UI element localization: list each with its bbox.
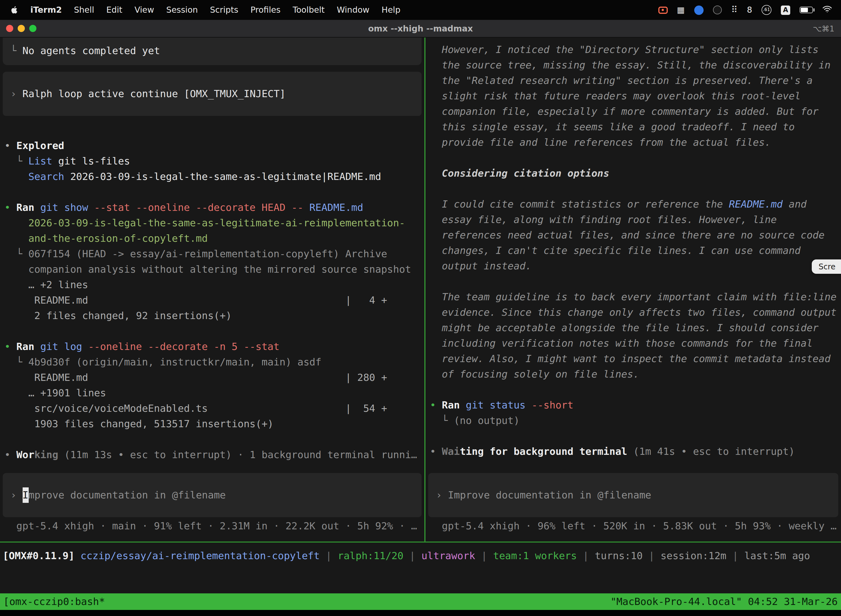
explored-title: Explored: [16, 140, 64, 151]
blank-line: [0, 123, 424, 138]
prompt-chevron: ›: [10, 487, 16, 503]
tool-verb-list: List: [28, 155, 53, 167]
blank-line: [425, 274, 841, 289]
commit-line-cont: companion analysis without altering the …: [0, 262, 424, 277]
minimize-window-button[interactable]: [18, 25, 25, 32]
elbow-glyph: └: [10, 43, 22, 59]
statusbar-separator: |: [409, 550, 416, 561]
figure-eight-icon[interactable]: 8: [747, 2, 752, 18]
window-grid-icon[interactable]: ▦: [677, 6, 684, 14]
commit-summary-part2: companion analysis without altering the …: [28, 263, 411, 275]
left-pane-scrollback[interactable]: └No agents completed yet ›Ralph loop act…: [0, 38, 424, 473]
bullet-glyph: •: [430, 444, 442, 459]
diffstat-readme: README.md | 4 +: [34, 294, 387, 306]
prompt-input-right[interactable]: ›Improve documentation in @filename: [428, 473, 838, 517]
screen-recording-icon[interactable]: [658, 6, 667, 13]
git-status-output: (no output): [454, 415, 520, 426]
app-launcher-icon[interactable]: ⠿: [731, 6, 737, 14]
traffic-lights: [6, 25, 37, 32]
waiting-status-line: •Waiting for background terminal (1m 41s…: [425, 444, 841, 459]
git-command: git log: [40, 340, 82, 352]
git-file-arg: README.md: [309, 201, 363, 213]
iterm2-screen: iTerm2 Shell Edit View Session Scripts P…: [0, 0, 841, 616]
window-shortcut-badge: ⌥⌘1: [813, 21, 834, 36]
git-status-output-line: └(no output): [425, 413, 841, 428]
keyboard-layout-icon[interactable]: A: [781, 5, 790, 15]
working-label-lo: king: [34, 449, 58, 461]
menu-edit[interactable]: Edit: [100, 2, 128, 18]
tmux-session-window: [omx-cczip0:bash*: [3, 594, 105, 609]
statusbar-separator: |: [649, 550, 655, 561]
tmux-statusbar: [omx-cczip0:bash*"MacBook-Pro-44.local" …: [0, 593, 841, 610]
agents-status-line: └No agents completed yet: [10, 43, 422, 59]
menu-shell[interactable]: Shell: [68, 2, 100, 18]
elbow-glyph: └: [16, 154, 28, 169]
diffstat-line: src/voice/voiceModeEnabled.ts | 54 +: [0, 401, 424, 416]
menu-iterm2[interactable]: iTerm2: [24, 2, 68, 18]
menu-help[interactable]: Help: [375, 2, 406, 18]
text-cursor: I: [22, 487, 28, 503]
omx-statusbar: [OMX#0.11.9]cczip/essay/ai-reimplementat…: [0, 548, 841, 563]
wifi-icon[interactable]: [822, 2, 832, 18]
explored-search-line: Search2026-03-09-is-legal-the-same-as-le…: [0, 169, 424, 184]
thinking-paragraph-2a: I could cite commit statistics or refere…: [442, 198, 729, 210]
more-lines-indicator: … +1901 lines: [0, 385, 424, 401]
window-titlebar[interactable]: omx --xhigh --madmax ⌥⌘1: [0, 20, 841, 38]
thinking-paragraph-1: However, I noticed the "Directory Struct…: [425, 42, 841, 150]
readme-file-link[interactable]: README.md: [729, 198, 783, 210]
prompt-input-left[interactable]: ›Improve documentation in @filename: [3, 473, 422, 517]
ran-git-status-line: •Rangit status--short: [425, 397, 841, 413]
omx-version: [OMX#0.11.9]: [3, 550, 75, 561]
menu-session[interactable]: Session: [160, 2, 204, 18]
blank-line: [425, 382, 841, 397]
dark-app-icon[interactable]: [713, 6, 722, 14]
statusbar-separator: |: [481, 550, 487, 561]
ralph-loop-notice: ›Ralph loop active continue [OMX_TMUX_IN…: [3, 72, 422, 116]
battery-fill: [801, 8, 808, 12]
blank-line: [425, 150, 841, 166]
diffstat-readme-2: README.md | 280 +: [34, 371, 387, 383]
model-status-left-text: gpt-5.4 xhigh · main · 91% left · 2.31M …: [16, 520, 417, 532]
model-status-left: gpt-5.4 xhigh · main · 91% left · 2.31M …: [0, 518, 424, 534]
diffstat-summary-line: 1903 files changed, 513517 insertions(+): [0, 416, 424, 432]
elbow-glyph: └: [16, 354, 28, 370]
menu-profiles[interactable]: Profiles: [245, 2, 287, 18]
blank-line: [0, 323, 424, 339]
blank-line: [425, 181, 841, 197]
blue-app-icon[interactable]: [694, 5, 703, 15]
terminal-pane-left[interactable]: └No agents completed yet ›Ralph loop act…: [0, 38, 424, 541]
screen-notification-tooltip[interactable]: Scre: [812, 260, 841, 274]
log-commit-line: └4b9d30f (origin/main, instructkr/main, …: [0, 354, 424, 370]
agents-panel: └No agents completed yet: [3, 38, 422, 65]
right-pane-scrollback[interactable]: However, I noticed the "Directory Struct…: [425, 38, 841, 473]
git-command: git show: [40, 201, 88, 213]
menu-toolbelt[interactable]: Toolbelt: [287, 2, 331, 18]
git-args: HEAD --: [262, 201, 303, 213]
more-lines-text: … +2 lines: [28, 279, 88, 290]
keyboard-layout-letter: A: [783, 2, 788, 18]
bullet-glyph: •: [4, 339, 16, 354]
agents-status-text: No agents completed yet: [22, 45, 160, 56]
diffstat-summary-2: 1903 files changed, 513517 insertions(+): [34, 418, 273, 430]
close-window-button[interactable]: [6, 25, 13, 32]
git-command: git status: [466, 399, 526, 411]
menu-view[interactable]: View: [128, 2, 160, 18]
log-commit-summary: 4b9d30f (origin/main, instructkr/main, m…: [28, 356, 321, 368]
working-label-hi: Wor: [16, 449, 34, 461]
tool-verb-search: Search: [28, 170, 64, 182]
menu-scripts[interactable]: Scripts: [204, 2, 245, 18]
session-duration: session:12m: [661, 550, 726, 561]
list-command: git ls-files: [58, 155, 130, 167]
diffstat-summary-line: 2 files changed, 92 insertions(+): [0, 308, 424, 323]
prompt-chevron: ›: [436, 487, 442, 503]
model-status-right: gpt-5.4 xhigh · 96% left · 520K in · 5.8…: [425, 518, 841, 534]
essay-filename-part1: 2026-03-09-is-legal-the-same-as-legitima…: [28, 217, 405, 229]
zoom-window-button[interactable]: [29, 25, 37, 32]
menu-window[interactable]: Window: [331, 2, 375, 18]
apple-menu-icon[interactable]: [7, 5, 24, 15]
blank-line: [0, 184, 424, 200]
terminal-pane-right[interactable]: However, I noticed the "Directory Struct…: [425, 38, 841, 541]
battery-icon[interactable]: [800, 7, 813, 13]
git-flags: --stat --oneline --decorate: [94, 201, 255, 213]
gauge-icon[interactable]: .61: [762, 5, 771, 15]
